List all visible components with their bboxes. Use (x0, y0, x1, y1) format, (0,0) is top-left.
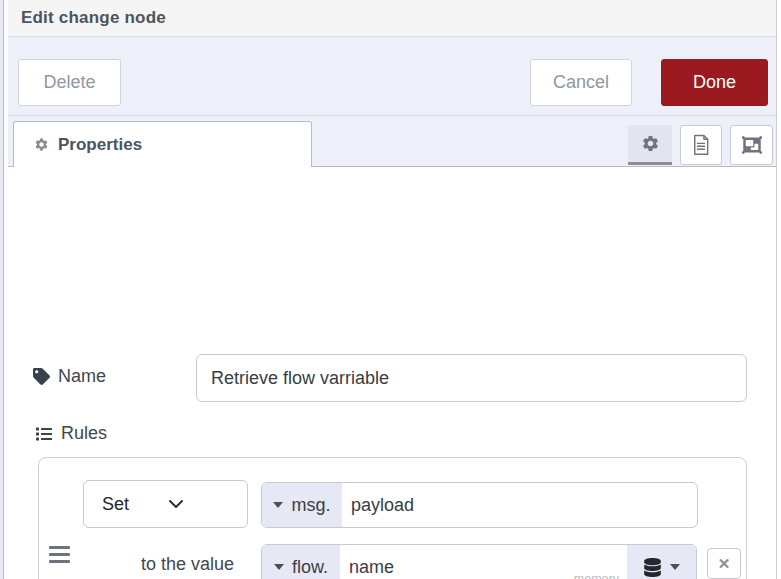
rule-drag-handle[interactable] (49, 546, 70, 564)
source-type-label: flow. (292, 557, 328, 578)
tab-properties[interactable]: Properties (13, 121, 312, 167)
dialog-toolbar: Delete Cancel Done (8, 37, 776, 116)
caret-down-icon (274, 564, 284, 570)
rule-action-value: Set (102, 494, 168, 515)
chevron-down-icon (168, 498, 234, 510)
cancel-button[interactable]: Cancel (530, 59, 632, 106)
gear-icon (641, 134, 660, 153)
tag-icon (33, 368, 50, 385)
to-the-value-label: to the value (89, 554, 234, 575)
context-store-button[interactable] (627, 545, 696, 579)
appearance-tab-button[interactable] (730, 125, 773, 165)
rule-target-typed-input: msg. (261, 482, 698, 528)
list-icon (35, 426, 53, 442)
tab-properties-label: Properties (58, 135, 142, 155)
target-type-button[interactable]: msg. (262, 483, 342, 527)
source-type-button[interactable]: flow. (262, 545, 340, 579)
source-property-input[interactable] (340, 557, 627, 578)
edit-change-node-dialog: Edit change node Delete Cancel Done Prop… (0, 0, 781, 579)
edit-tray: Edit change node Delete Cancel Done Prop… (8, 0, 777, 579)
rule-source-typed-input: flow. memory (261, 544, 697, 579)
target-type-label: msg. (291, 495, 330, 516)
dialog-header: Edit change node (8, 0, 776, 37)
rules-container: Set msg. (38, 457, 747, 579)
properties-gear-button[interactable] (628, 125, 672, 165)
description-tab-button[interactable] (680, 125, 722, 165)
remove-rule-button[interactable]: ✕ (707, 548, 741, 579)
properties-panel: Name Rules Set (8, 167, 776, 579)
caret-down-icon (273, 502, 283, 508)
document-icon (691, 134, 711, 156)
rules-label: Rules (35, 423, 107, 444)
target-property-input[interactable] (342, 495, 697, 516)
hamburger-icon (49, 546, 70, 564)
delete-button[interactable]: Delete (18, 59, 121, 106)
target-value-body (342, 483, 697, 527)
rules-label-text: Rules (61, 423, 107, 444)
tab-bar: Properties (8, 116, 776, 167)
name-input[interactable] (196, 354, 747, 402)
rule-action-select[interactable]: Set (83, 480, 248, 528)
caret-down-icon (670, 564, 680, 570)
source-value-body: memory (340, 545, 627, 579)
database-icon (644, 558, 661, 577)
dialog-title: Edit change node (21, 8, 166, 28)
object-group-icon (741, 135, 763, 155)
workspace-edge (0, 0, 4, 579)
name-label: Name (33, 366, 106, 387)
done-button[interactable]: Done (661, 59, 768, 106)
gear-icon (34, 137, 49, 152)
name-label-text: Name (58, 366, 106, 387)
